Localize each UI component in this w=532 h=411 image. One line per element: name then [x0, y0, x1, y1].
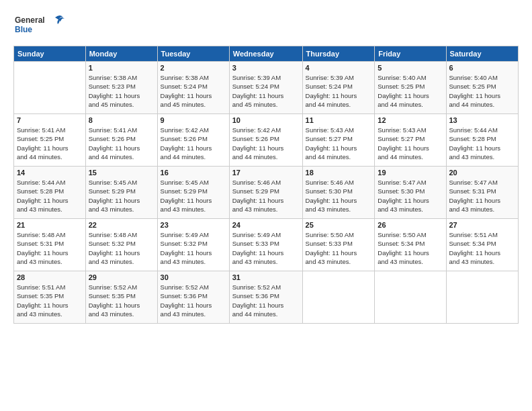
logo: General Blue: [13, 12, 67, 42]
calendar-cell: 12Sunrise: 5:43 AMSunset: 5:27 PMDayligh…: [375, 114, 446, 167]
calendar-cell: 16Sunrise: 5:45 AMSunset: 5:29 PMDayligh…: [157, 167, 229, 219]
day-number: 24: [232, 221, 300, 229]
day-info: Sunrise: 5:49 AMSunset: 5:33 PMDaylight:…: [232, 230, 300, 266]
day-info: Sunrise: 5:45 AMSunset: 5:29 PMDaylight:…: [89, 178, 154, 214]
day-info: Sunrise: 5:46 AMSunset: 5:29 PMDaylight:…: [232, 178, 300, 214]
day-header-friday: Friday: [375, 46, 446, 62]
day-info: Sunrise: 5:51 AMSunset: 5:34 PMDaylight:…: [449, 230, 516, 266]
day-info: Sunrise: 5:42 AMSunset: 5:26 PMDaylight:…: [232, 126, 300, 161]
calendar-cell: 19Sunrise: 5:47 AMSunset: 5:30 PMDayligh…: [375, 167, 446, 219]
day-info: Sunrise: 5:52 AMSunset: 5:35 PMDaylight:…: [89, 283, 154, 318]
day-info: Sunrise: 5:49 AMSunset: 5:32 PMDaylight:…: [161, 230, 226, 266]
day-info: Sunrise: 5:40 AMSunset: 5:25 PMDaylight:…: [378, 73, 443, 109]
calendar-cell: 9Sunrise: 5:42 AMSunset: 5:26 PMDaylight…: [157, 114, 229, 167]
day-info: Sunrise: 5:52 AMSunset: 5:36 PMDaylight:…: [232, 283, 300, 318]
day-number: 18: [306, 169, 372, 177]
day-info: Sunrise: 5:39 AMSunset: 5:24 PMDaylight:…: [306, 73, 372, 109]
day-info: Sunrise: 5:39 AMSunset: 5:24 PMDaylight:…: [232, 73, 300, 109]
calendar-cell: [302, 271, 375, 324]
calendar-cell: 20Sunrise: 5:47 AMSunset: 5:31 PMDayligh…: [446, 167, 519, 219]
logo-text: General Blue: [13, 12, 67, 42]
calendar-cell: 26Sunrise: 5:50 AMSunset: 5:34 PMDayligh…: [375, 219, 446, 271]
svg-text:General: General: [15, 15, 45, 25]
calendar-cell: 24Sunrise: 5:49 AMSunset: 5:33 PMDayligh…: [229, 219, 302, 271]
day-number: 1: [89, 64, 154, 72]
week-row-5: 28Sunrise: 5:51 AMSunset: 5:35 PMDayligh…: [14, 271, 519, 324]
day-info: Sunrise: 5:42 AMSunset: 5:26 PMDaylight:…: [161, 126, 226, 161]
day-info: Sunrise: 5:44 AMSunset: 5:28 PMDaylight:…: [17, 178, 83, 214]
week-row-4: 21Sunrise: 5:48 AMSunset: 5:31 PMDayligh…: [14, 219, 519, 271]
calendar-cell: 25Sunrise: 5:50 AMSunset: 5:33 PMDayligh…: [302, 219, 375, 271]
day-info: Sunrise: 5:43 AMSunset: 5:27 PMDaylight:…: [378, 126, 443, 161]
day-info: Sunrise: 5:41 AMSunset: 5:26 PMDaylight:…: [89, 126, 154, 161]
header-row: General Blue: [13, 12, 519, 42]
day-number: 25: [306, 221, 372, 229]
day-number: 9: [161, 116, 226, 124]
calendar-cell: 7Sunrise: 5:41 AMSunset: 5:25 PMDaylight…: [14, 114, 86, 167]
day-number: 15: [89, 169, 154, 177]
day-number: 7: [17, 116, 83, 124]
day-number: 31: [232, 273, 300, 281]
calendar-cell: 11Sunrise: 5:43 AMSunset: 5:27 PMDayligh…: [302, 114, 375, 167]
calendar-cell: [446, 271, 519, 324]
day-number: 16: [161, 169, 226, 177]
day-number: 13: [449, 116, 516, 124]
day-info: Sunrise: 5:43 AMSunset: 5:27 PMDaylight:…: [306, 126, 372, 161]
day-info: Sunrise: 5:40 AMSunset: 5:25 PMDaylight:…: [449, 73, 516, 109]
day-info: Sunrise: 5:51 AMSunset: 5:35 PMDaylight:…: [17, 283, 83, 318]
day-number: 28: [17, 273, 83, 281]
calendar-cell: 31Sunrise: 5:52 AMSunset: 5:36 PMDayligh…: [229, 271, 302, 324]
day-info: Sunrise: 5:50 AMSunset: 5:33 PMDaylight:…: [306, 230, 372, 266]
day-number: 20: [449, 169, 516, 177]
week-row-1: 1Sunrise: 5:38 AMSunset: 5:23 PMDaylight…: [14, 62, 519, 114]
calendar-cell: 5Sunrise: 5:40 AMSunset: 5:25 PMDaylight…: [375, 62, 446, 114]
day-number: 23: [161, 221, 226, 229]
week-row-3: 14Sunrise: 5:44 AMSunset: 5:28 PMDayligh…: [14, 167, 519, 219]
calendar-cell: 4Sunrise: 5:39 AMSunset: 5:24 PMDaylight…: [302, 62, 375, 114]
day-info: Sunrise: 5:47 AMSunset: 5:31 PMDaylight:…: [449, 178, 516, 214]
calendar-cell: [375, 271, 446, 324]
day-number: 22: [89, 221, 154, 229]
day-number: 26: [378, 221, 443, 229]
day-number: 8: [89, 116, 154, 124]
day-info: Sunrise: 5:50 AMSunset: 5:34 PMDaylight:…: [378, 230, 443, 266]
day-header-sunday: Sunday: [14, 46, 86, 62]
day-info: Sunrise: 5:38 AMSunset: 5:23 PMDaylight:…: [89, 73, 154, 109]
calendar-cell: [14, 62, 86, 114]
calendar-cell: 6Sunrise: 5:40 AMSunset: 5:25 PMDaylight…: [446, 62, 519, 114]
day-number: 11: [306, 116, 372, 124]
day-header-saturday: Saturday: [446, 46, 519, 62]
day-number: 3: [232, 64, 300, 72]
calendar-cell: 18Sunrise: 5:46 AMSunset: 5:30 PMDayligh…: [302, 167, 375, 219]
day-number: 14: [17, 169, 83, 177]
day-number: 5: [378, 64, 443, 72]
day-info: Sunrise: 5:46 AMSunset: 5:30 PMDaylight:…: [306, 178, 372, 214]
calendar-cell: 17Sunrise: 5:46 AMSunset: 5:29 PMDayligh…: [229, 167, 302, 219]
day-number: 19: [378, 169, 443, 177]
day-number: 21: [17, 221, 83, 229]
calendar-cell: 13Sunrise: 5:44 AMSunset: 5:28 PMDayligh…: [446, 114, 519, 167]
calendar-cell: 1Sunrise: 5:38 AMSunset: 5:23 PMDaylight…: [85, 62, 157, 114]
day-number: 27: [449, 221, 516, 229]
day-info: Sunrise: 5:47 AMSunset: 5:30 PMDaylight:…: [378, 178, 443, 214]
header-row-days: SundayMondayTuesdayWednesdayThursdayFrid…: [14, 46, 519, 62]
calendar-cell: 3Sunrise: 5:39 AMSunset: 5:24 PMDaylight…: [229, 62, 302, 114]
day-number: 6: [449, 64, 516, 72]
calendar-cell: 21Sunrise: 5:48 AMSunset: 5:31 PMDayligh…: [14, 219, 86, 271]
week-row-2: 7Sunrise: 5:41 AMSunset: 5:25 PMDaylight…: [14, 114, 519, 167]
day-number: 29: [89, 273, 154, 281]
calendar-cell: 14Sunrise: 5:44 AMSunset: 5:28 PMDayligh…: [14, 167, 86, 219]
calendar-table: SundayMondayTuesdayWednesdayThursdayFrid…: [13, 46, 519, 324]
day-info: Sunrise: 5:52 AMSunset: 5:36 PMDaylight:…: [161, 283, 226, 318]
calendar-cell: 8Sunrise: 5:41 AMSunset: 5:26 PMDaylight…: [85, 114, 157, 167]
day-info: Sunrise: 5:45 AMSunset: 5:29 PMDaylight:…: [161, 178, 226, 214]
day-info: Sunrise: 5:48 AMSunset: 5:31 PMDaylight:…: [17, 230, 83, 266]
calendar-cell: 2Sunrise: 5:38 AMSunset: 5:24 PMDaylight…: [157, 62, 229, 114]
svg-text:Blue: Blue: [15, 25, 32, 34]
calendar-cell: 28Sunrise: 5:51 AMSunset: 5:35 PMDayligh…: [14, 271, 86, 324]
day-info: Sunrise: 5:41 AMSunset: 5:25 PMDaylight:…: [17, 126, 83, 161]
day-info: Sunrise: 5:44 AMSunset: 5:28 PMDaylight:…: [449, 126, 516, 161]
day-header-tuesday: Tuesday: [157, 46, 229, 62]
day-header-wednesday: Wednesday: [229, 46, 302, 62]
day-info: Sunrise: 5:48 AMSunset: 5:32 PMDaylight:…: [89, 230, 154, 266]
